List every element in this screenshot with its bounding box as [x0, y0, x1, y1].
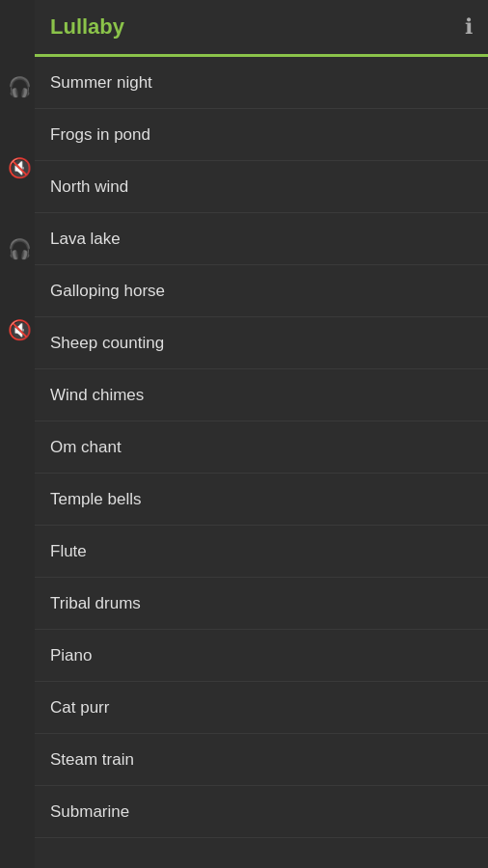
list-item-label: Om chant — [50, 438, 122, 457]
bg-icon-mute: 🔇 — [8, 156, 32, 179]
list-item[interactable]: Tribal drums — [35, 578, 488, 630]
list-item[interactable]: North wind — [35, 161, 488, 213]
info-icon[interactable]: ℹ — [465, 14, 473, 40]
list-item-label: Submarine — [50, 802, 129, 822]
list-item[interactable]: Wind chimes — [35, 369, 488, 421]
list-item[interactable]: Lava lake — [35, 213, 488, 265]
list-item[interactable]: Steam train — [35, 734, 488, 786]
lullaby-list: Summer nightFrogs in pondNorth windLava … — [35, 57, 488, 841]
list-item-label: Frogs in pond — [50, 125, 150, 145]
list-item[interactable]: Temple bells — [35, 474, 488, 526]
list-item[interactable]: Flute — [35, 526, 488, 578]
navigation-drawer: Lullaby ℹ Summer nightFrogs in pondNorth… — [35, 0, 488, 868]
list-item-label: Piano — [50, 646, 92, 665]
background-icons: 🎧 🔇 🎧 🔇 — [0, 27, 39, 868]
list-item[interactable]: Sheep counting — [35, 317, 488, 369]
list-item[interactable]: Cat purr — [35, 682, 488, 734]
list-item-label: Tribal drums — [50, 594, 141, 613]
list-item[interactable]: Galloping horse — [35, 265, 488, 317]
list-item[interactable]: Summer night — [35, 57, 488, 109]
drawer-header: Lullaby ℹ — [35, 0, 488, 54]
list-item-label: Lava lake — [50, 230, 121, 249]
list-item-label: Temple bells — [50, 490, 142, 509]
list-item[interactable]: Om chant — [35, 421, 488, 474]
list-item[interactable]: Piano — [35, 630, 488, 682]
list-item-label: Summer night — [50, 73, 152, 93]
list-item-label: Wind chimes — [50, 386, 144, 405]
list-item[interactable]: Submarine — [35, 786, 488, 838]
list-item-label: Galloping horse — [50, 282, 165, 301]
drawer-title: Lullaby — [50, 14, 124, 40]
list-item-label: Steam train — [50, 750, 134, 770]
list-item[interactable]: Frogs in pond — [35, 109, 488, 161]
list-item-label: Cat purr — [50, 698, 109, 718]
list-item-label: Flute — [50, 542, 87, 561]
list-item-label: North wind — [50, 177, 128, 197]
bg-icon-mute2: 🔇 — [8, 318, 32, 341]
list-item-label: Sheep counting — [50, 334, 164, 353]
bg-icon-headphones: 🎧 — [8, 75, 32, 98]
bg-icon-headphones2: 🎧 — [8, 237, 32, 260]
